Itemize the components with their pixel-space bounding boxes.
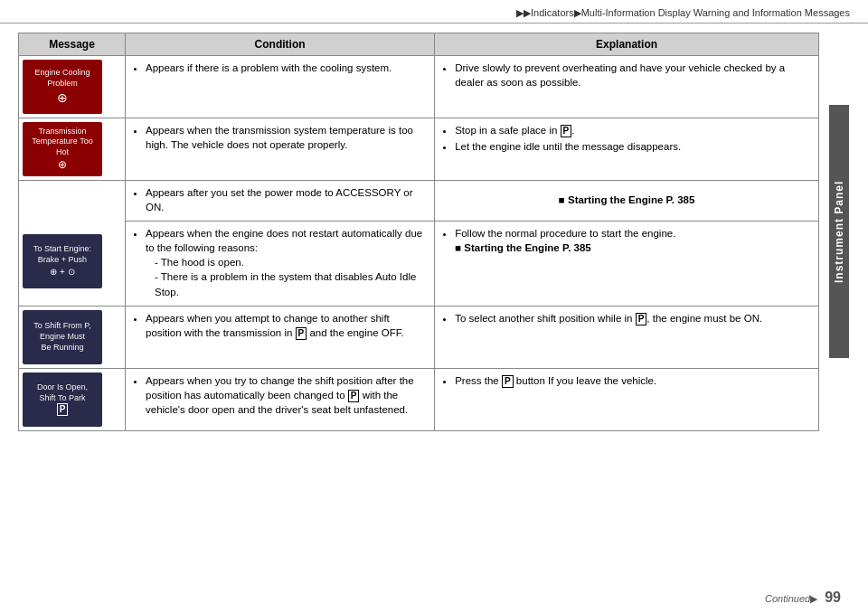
explanation-item: Press the P button If you leave the vehi… bbox=[455, 373, 811, 388]
message-cell: To Shift From P,Engine MustBe Running bbox=[19, 306, 126, 368]
condition-item: Appears after you set the power mode to … bbox=[146, 185, 427, 214]
display-image: To Start Engine:Brake + Push⊕ + ⊙ bbox=[23, 234, 102, 288]
park-symbol: P bbox=[296, 327, 307, 340]
condition-item: Appears when you try to change the shift… bbox=[146, 373, 427, 417]
table-row: To Shift From P,Engine MustBe Running Ap… bbox=[19, 306, 819, 368]
side-tab-label: Instrument Panel bbox=[829, 105, 849, 358]
explanation-cell: Press the P button If you leave the vehi… bbox=[435, 368, 819, 430]
message-cell: Engine CoolingProblem⊕ bbox=[19, 56, 126, 118]
display-image: To Shift From P,Engine MustBe Running bbox=[23, 310, 102, 364]
condition-cell: Appears when the engine does not restart… bbox=[126, 222, 435, 306]
park-symbol: P bbox=[502, 375, 514, 388]
explanation-item: Stop in a safe place in P. bbox=[455, 123, 811, 137]
condition-item: Appears when you attempt to change to an… bbox=[146, 311, 427, 340]
table-area: Message Condition Explanation Engine Coo… bbox=[18, 33, 819, 431]
condition-cell: Appears after you set the power mode to … bbox=[126, 181, 435, 222]
table-row: Engine CoolingProblem⊕ Appears if there … bbox=[19, 56, 819, 118]
explanation-item: Let the engine idle until the message di… bbox=[455, 139, 811, 154]
side-tab: Instrument Panel bbox=[828, 33, 850, 431]
continued-label: Continued bbox=[765, 593, 810, 604]
page-number: 99 bbox=[825, 589, 841, 605]
breadcrumb: ▶▶Indicators▶Multi-Information Display W… bbox=[516, 7, 850, 18]
message-cell: TransmissionTemperature Too Hot⊕ bbox=[19, 118, 126, 181]
condition-cell: Appears when you try to change the shift… bbox=[126, 368, 435, 430]
park-symbol: P bbox=[348, 390, 360, 402]
park-symbol: P bbox=[561, 125, 572, 137]
explanation-item: To select another shift position while i… bbox=[455, 311, 811, 325]
page-header: ▶▶Indicators▶Multi-Information Display W… bbox=[0, 0, 868, 24]
message-cell: To Start Engine:Brake + Push⊕ + ⊙ bbox=[19, 181, 126, 306]
explanation-cell: Drive slowly to prevent overheating and … bbox=[435, 56, 819, 118]
main-content: Message Condition Explanation Engine Coo… bbox=[0, 24, 868, 440]
message-cell: Door Is Open,Shift To ParkP bbox=[19, 368, 126, 430]
display-image: TransmissionTemperature Too Hot⊕ bbox=[23, 122, 102, 176]
col-message: Message bbox=[19, 33, 126, 56]
explanation-item: Follow the normal procedure to start the… bbox=[455, 226, 811, 255]
explanation-cell: To select another shift position while i… bbox=[435, 306, 819, 368]
table-row: Door Is Open,Shift To ParkP Appears when… bbox=[19, 368, 819, 430]
condition-item: Appears when the transmission system tem… bbox=[146, 123, 427, 152]
display-image: Door Is Open,Shift To ParkP bbox=[23, 373, 102, 427]
condition-cell: Appears when the transmission system tem… bbox=[126, 118, 435, 181]
park-symbol: P bbox=[636, 313, 647, 325]
book-icon: ■ Starting the Engine P. 385 bbox=[559, 194, 695, 205]
table-row: To Start Engine:Brake + Push⊕ + ⊙ Appear… bbox=[19, 181, 819, 222]
page-footer: Continued▶ 99 bbox=[765, 589, 841, 606]
explanation-item: Drive slowly to prevent overheating and … bbox=[455, 61, 811, 90]
col-condition: Condition bbox=[126, 33, 435, 56]
warning-table: Message Condition Explanation Engine Coo… bbox=[18, 33, 819, 431]
condition-cell: Appears if there is a problem with the c… bbox=[126, 56, 435, 118]
explanation-cell: ■ Starting the Engine P. 385 bbox=[435, 181, 819, 222]
condition-item: Appears if there is a problem with the c… bbox=[146, 61, 427, 75]
table-row: Appears when the engine does not restart… bbox=[19, 222, 819, 306]
condition-item: Appears when the engine does not restart… bbox=[146, 226, 427, 298]
explanation-cell: Follow the normal procedure to start the… bbox=[435, 222, 819, 306]
display-image: Engine CoolingProblem⊕ bbox=[23, 60, 102, 114]
condition-cell: Appears when you attempt to change to an… bbox=[126, 306, 435, 368]
col-explanation: Explanation bbox=[435, 33, 819, 56]
explanation-cell: Stop in a safe place in P. Let the engin… bbox=[435, 118, 819, 181]
ref-cell: ■ Starting the Engine P. 385 bbox=[442, 185, 811, 214]
table-row: TransmissionTemperature Too Hot⊕ Appears… bbox=[19, 118, 819, 181]
